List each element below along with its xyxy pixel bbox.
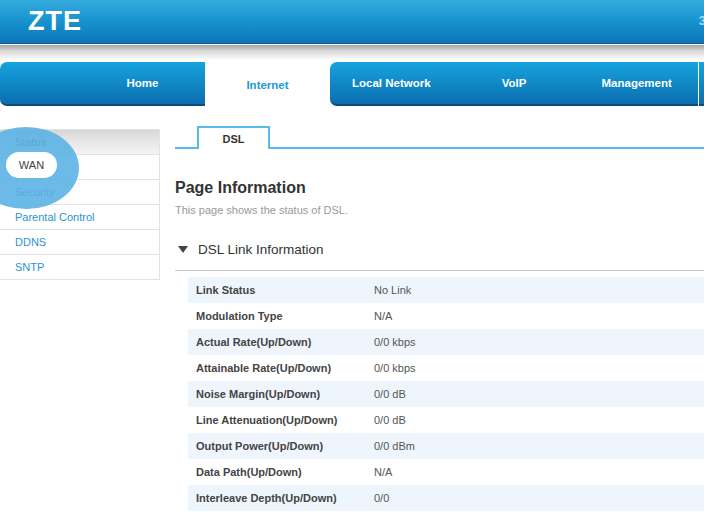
section-title: DSL Link Information [198, 242, 324, 257]
table-row: Actual Rate(Up/Down) 0/0 kbps [188, 329, 704, 355]
sidebar-item[interactable]: Security [0, 180, 159, 205]
row-value: N/A [374, 466, 392, 478]
row-value: 0/0 dBm [374, 440, 415, 452]
page-title: Page Information [175, 179, 306, 197]
sidebar-item[interactable]: Parental Control [0, 205, 159, 230]
row-value: N/A [374, 310, 392, 322]
row-value: 0/0 kbps [374, 336, 416, 348]
row-value: 0/0 dB [374, 388, 406, 400]
zte-logo: ZTE [28, 6, 82, 37]
row-label: Interleave Depth(Up/Down) [188, 492, 374, 504]
row-value: 0/0 dB [374, 414, 406, 426]
table-row: Output Power(Up/Down) 0/0 dBm [188, 433, 704, 459]
sidebar-item[interactable]: SNTP [0, 255, 159, 280]
nav-item[interactable]: VoIP [453, 62, 576, 104]
table-row: Attainable Rate(Up/Down) 0/0 kbps [188, 355, 704, 381]
row-label: Noise Margin(Up/Down) [188, 388, 374, 400]
row-value: No Link [374, 284, 411, 296]
table-row: Line Attenuation(Up/Down) 0/0 dB [188, 407, 704, 433]
table-row: Data Path(Up/Down) N/A [188, 459, 704, 485]
row-label: Output Power(Up/Down) [188, 440, 374, 452]
page-description: This page shows the status of DSL. [175, 204, 348, 216]
table-row: Modulation Type N/A [188, 303, 704, 329]
sidebar-item[interactable]: WAN [0, 155, 159, 180]
row-label: Actual Rate(Up/Down) [188, 336, 374, 348]
tab-home[interactable]: Home [0, 62, 205, 106]
row-label: Data Path(Up/Down) [188, 466, 374, 478]
row-value: 0/0 [374, 492, 389, 504]
row-label: Modulation Type [188, 310, 374, 322]
table-row: Interleave Depth(Up/Down) 0/0 [188, 485, 704, 511]
nav-item[interactable]: Management [575, 62, 698, 104]
app-header: ZTE 3 [0, 0, 704, 44]
sidebar-item[interactable]: Status [0, 130, 159, 155]
row-value: 0/0 kbps [374, 362, 416, 374]
collapse-triangle-icon [178, 246, 188, 253]
sidebar-menu: Status WAN Security Parental Control DDN… [0, 129, 160, 280]
table-row: Link Status No Link [188, 277, 704, 303]
section-divider [175, 270, 704, 271]
nav-item[interactable]: Local Network [330, 62, 453, 104]
row-label: Link Status [188, 284, 374, 296]
dsl-link-info-table: Link Status No Link Modulation Type N/A … [188, 277, 704, 511]
dsl-link-info-section-toggle[interactable]: DSL Link Information [178, 242, 324, 257]
tab-internet[interactable]: Internet [205, 62, 330, 108]
header-corner-text: 3 [699, 13, 704, 28]
nav-bar-cutoff [699, 62, 704, 106]
row-label: Attainable Rate(Up/Down) [188, 362, 374, 374]
tab-dsl[interactable]: DSL [197, 126, 270, 149]
header-shadow [0, 45, 704, 62]
sidebar-item[interactable]: DDNS [0, 230, 159, 255]
table-row: Noise Margin(Up/Down) 0/0 dB [188, 381, 704, 407]
nav-bar-right: Local Network VoIP Management [330, 62, 698, 106]
row-label: Line Attenuation(Up/Down) [188, 414, 374, 426]
